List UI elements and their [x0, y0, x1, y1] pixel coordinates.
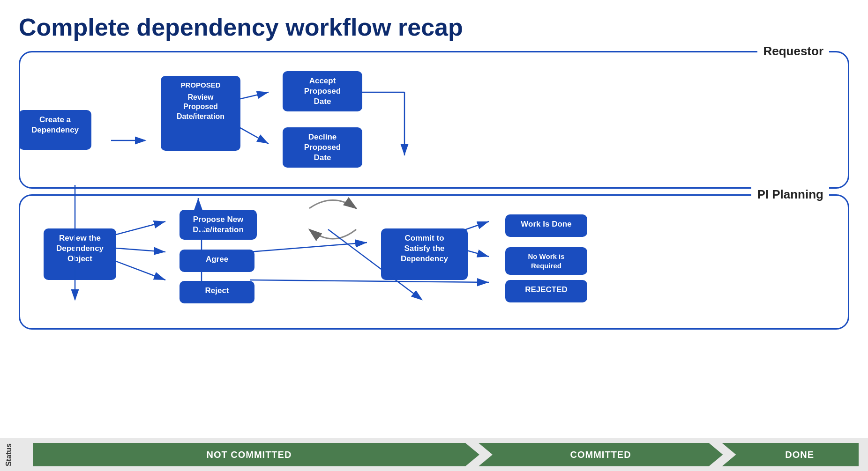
create-dependency-text: Create a Dependency	[25, 115, 85, 135]
review-dependency-text: Review theDependencyObject	[50, 233, 110, 264]
pi-row: Review theDependencyObject Propose NewDa…	[34, 205, 834, 315]
requestor-label: Requestor	[757, 44, 829, 59]
propose-new-box: Propose NewDate/iteration	[180, 210, 257, 240]
requestor-container: Requestor	[19, 51, 849, 189]
agree-text: Agree	[186, 254, 248, 265]
commit-satisfy-text: Commit toSatisfy theDependency	[388, 233, 461, 264]
agree-box: Agree	[180, 250, 254, 272]
status-not-committed: NOT COMMITTED	[33, 443, 479, 466]
diagram-area: Requestor	[19, 51, 849, 330]
decline-proposed-text: Decline Proposed Date	[289, 132, 356, 163]
page-title: Complete dependency workflow recap	[19, 14, 849, 41]
proposed-label: PROPOSED	[167, 81, 234, 90]
pi-label: PI Planning	[751, 187, 829, 202]
work-done-box: Work Is Done	[505, 214, 587, 237]
status-committed: COMMITTED	[479, 443, 723, 466]
status-label: Status	[0, 443, 23, 466]
review-proposed-text: ReviewProposedDate/iteration	[167, 93, 234, 122]
create-dependency-box: Create a Dependency	[19, 110, 91, 150]
work-done-text: Work Is Done	[512, 219, 581, 229]
accept-proposed-box: Accept Proposed Date	[283, 71, 362, 111]
no-work-text: No Work is Required	[512, 252, 581, 270]
req-row: PROPOSED ReviewProposedDate/iteration Ac…	[34, 62, 834, 174]
no-work-box: No Work is Required	[505, 247, 587, 275]
propose-new-text: Propose NewDate/iteration	[186, 214, 250, 235]
review-dependency-box: Review theDependencyObject	[44, 228, 116, 280]
rejected-text: REJECTED	[512, 285, 581, 295]
status-bar: Status NOT COMMITTED COMMITTED DONE	[0, 438, 868, 471]
pi-container: PI Planning	[19, 194, 849, 330]
status-done: DONE	[722, 443, 859, 466]
page-wrapper: Complete dependency workflow recap Reque…	[0, 0, 868, 471]
reject-box: Reject	[180, 281, 254, 303]
commit-satisfy-box: Commit toSatisfy theDependency	[381, 228, 468, 280]
accept-proposed-text: Accept Proposed Date	[289, 76, 356, 107]
status-track: NOT COMMITTED COMMITTED DONE	[33, 443, 859, 466]
rejected-box: REJECTED	[505, 280, 587, 302]
review-proposed-box: PROPOSED ReviewProposedDate/iteration	[161, 76, 240, 151]
decline-proposed-box: Decline Proposed Date	[283, 127, 362, 168]
main-content: Complete dependency workflow recap Reque…	[0, 0, 868, 438]
reject-text: Reject	[186, 286, 248, 296]
